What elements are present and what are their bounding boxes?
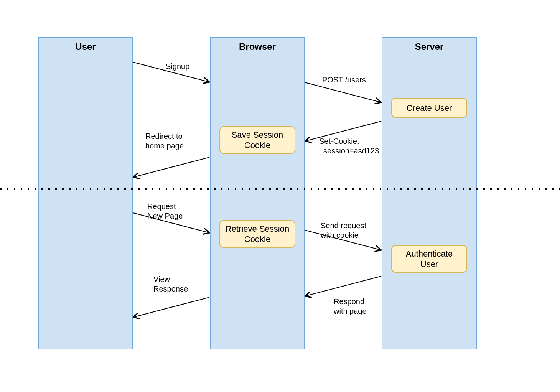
label-respond-2: with page <box>333 307 367 315</box>
arrow-signup: Signup <box>133 62 209 82</box>
label-send-req-2: with cookie <box>320 231 359 239</box>
arrow-send-request: Send request with cookie <box>305 221 381 250</box>
label-view-1: View <box>153 275 170 283</box>
arrow-set-cookie: Set-Cookie: _session=asd123 <box>305 121 381 155</box>
label-post-users: POST /users <box>322 76 366 84</box>
label-request-2: New Page <box>147 212 183 220</box>
activity-retrieve-cookie-l2: Cookie <box>244 234 270 244</box>
arrow-redirect: Redirect to home page <box>133 132 209 177</box>
activity-save-cookie-l1: Save Session <box>232 130 283 140</box>
lane-browser: Browser <box>210 38 305 349</box>
activity-auth-user-l2: User <box>420 259 438 269</box>
arrow-respond-page: Respond with page <box>305 276 381 315</box>
lane-server-title: Server <box>415 41 444 52</box>
activity-save-cookie: Save Session Cookie <box>220 127 295 153</box>
label-set-cookie-2: _session=asd123 <box>319 147 379 155</box>
lane-user-title: User <box>75 41 96 52</box>
label-redirect-2: home page <box>145 142 184 150</box>
svg-line-8 <box>133 157 209 177</box>
activity-save-cookie-l2: Cookie <box>244 140 270 150</box>
lane-server: Server <box>382 38 476 349</box>
arrow-view-response: View Response <box>133 275 209 317</box>
activity-authenticate-user: Authenticate User <box>392 245 467 272</box>
arrow-request-page: Request New Page <box>133 202 209 233</box>
svg-line-14 <box>133 297 209 317</box>
svg-line-13 <box>305 276 381 296</box>
svg-rect-1 <box>210 38 305 349</box>
activity-auth-user-l1: Authenticate <box>406 249 453 259</box>
svg-rect-0 <box>38 38 133 349</box>
activity-create-user-label: Create User <box>407 103 452 113</box>
label-request-1: Request <box>147 202 176 211</box>
activity-retrieve-cookie: Retrieve Session Cookie <box>220 221 295 247</box>
label-signup: Signup <box>166 62 189 71</box>
arrow-post-users: POST /users <box>305 76 381 102</box>
svg-line-4 <box>305 82 381 102</box>
activity-create-user: Create User <box>392 98 467 117</box>
svg-rect-2 <box>382 38 476 349</box>
label-send-req-1: Send request <box>321 221 366 230</box>
label-set-cookie-1: Set-Cookie: <box>319 137 359 145</box>
sequence-diagram: User Browser Server Signup POST /users C… <box>0 0 560 392</box>
activity-retrieve-cookie-l1: Retrieve Session <box>226 224 289 234</box>
lane-user: User <box>38 38 133 349</box>
label-redirect-1: Redirect to <box>145 132 183 140</box>
lane-browser-title: Browser <box>239 41 276 52</box>
label-view-2: Response <box>153 285 188 293</box>
label-respond-1: Respond <box>334 297 364 306</box>
